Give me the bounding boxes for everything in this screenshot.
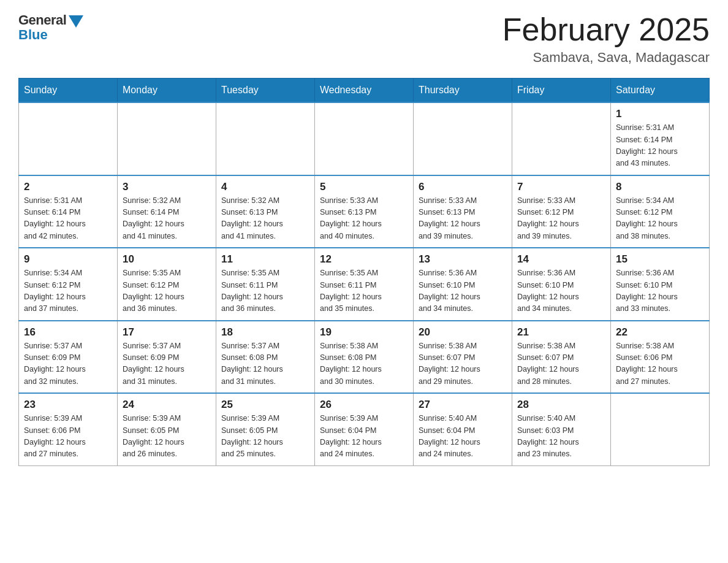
table-row: 27Sunrise: 5:40 AMSunset: 6:04 PMDayligh… [414,393,512,465]
col-saturday: Saturday [611,79,710,103]
day-info: Sunrise: 5:33 AMSunset: 6:13 PMDaylight:… [320,195,408,243]
day-number: 22 [616,326,704,339]
col-tuesday: Tuesday [216,79,315,103]
day-info: Sunrise: 5:34 AMSunset: 6:12 PMDaylight:… [616,195,704,243]
table-row [414,102,512,175]
day-info: Sunrise: 5:38 AMSunset: 6:08 PMDaylight:… [320,340,408,388]
day-info: Sunrise: 5:35 AMSunset: 6:11 PMDaylight:… [320,267,408,315]
calendar-week-row: 9Sunrise: 5:34 AMSunset: 6:12 PMDaylight… [19,248,710,321]
logo-blue-text: Blue [18,27,48,43]
table-row: 5Sunrise: 5:33 AMSunset: 6:13 PMDaylight… [315,175,414,248]
calendar-table: Sunday Monday Tuesday Wednesday Thursday… [18,78,710,466]
table-row: 11Sunrise: 5:35 AMSunset: 6:11 PMDayligh… [216,248,315,321]
day-info: Sunrise: 5:37 AMSunset: 6:09 PMDaylight:… [24,340,112,388]
day-number: 28 [517,399,605,411]
day-number: 11 [221,253,309,266]
day-number: 2 [24,181,112,193]
table-row: 23Sunrise: 5:39 AMSunset: 6:06 PMDayligh… [19,393,118,465]
day-info: Sunrise: 5:34 AMSunset: 6:12 PMDaylight:… [24,267,112,315]
page-header: General Blue February 2025 Sambava, Sava… [18,12,710,66]
table-row: 9Sunrise: 5:34 AMSunset: 6:12 PMDaylight… [19,248,118,321]
month-title: February 2025 [502,12,710,47]
table-row: 24Sunrise: 5:39 AMSunset: 6:05 PMDayligh… [118,393,216,465]
table-row: 3Sunrise: 5:32 AMSunset: 6:14 PMDaylight… [118,175,216,248]
table-row [512,102,611,175]
day-number: 10 [123,253,211,266]
day-number: 25 [221,399,309,411]
table-row: 19Sunrise: 5:38 AMSunset: 6:08 PMDayligh… [315,321,414,394]
calendar-week-row: 23Sunrise: 5:39 AMSunset: 6:06 PMDayligh… [19,393,710,465]
day-info: Sunrise: 5:35 AMSunset: 6:12 PMDaylight:… [123,267,211,315]
day-info: Sunrise: 5:36 AMSunset: 6:10 PMDaylight:… [616,267,704,315]
day-info: Sunrise: 5:33 AMSunset: 6:13 PMDaylight:… [419,195,507,243]
table-row [118,102,216,175]
day-number: 8 [616,181,704,193]
title-area: February 2025 Sambava, Sava, Madagascar [502,12,710,66]
table-row: 10Sunrise: 5:35 AMSunset: 6:12 PMDayligh… [118,248,216,321]
day-number: 16 [24,326,112,339]
logo-triangle-icon [69,15,83,28]
table-row [216,102,315,175]
logo-general-text: General [18,12,66,28]
day-number: 3 [123,181,211,193]
day-info: Sunrise: 5:32 AMSunset: 6:13 PMDaylight:… [221,195,309,243]
table-row: 2Sunrise: 5:31 AMSunset: 6:14 PMDaylight… [19,175,118,248]
day-number: 20 [419,326,507,339]
day-number: 19 [320,326,408,339]
table-row: 12Sunrise: 5:35 AMSunset: 6:11 PMDayligh… [315,248,414,321]
day-number: 6 [419,181,507,193]
calendar-header-row: Sunday Monday Tuesday Wednesday Thursday… [19,79,710,103]
table-row: 26Sunrise: 5:39 AMSunset: 6:04 PMDayligh… [315,393,414,465]
table-row: 6Sunrise: 5:33 AMSunset: 6:13 PMDaylight… [414,175,512,248]
col-sunday: Sunday [19,79,118,103]
day-info: Sunrise: 5:36 AMSunset: 6:10 PMDaylight:… [419,267,507,315]
day-info: Sunrise: 5:33 AMSunset: 6:12 PMDaylight:… [517,195,605,243]
calendar-week-row: 16Sunrise: 5:37 AMSunset: 6:09 PMDayligh… [19,321,710,394]
table-row [315,102,414,175]
table-row: 21Sunrise: 5:38 AMSunset: 6:07 PMDayligh… [512,321,611,394]
day-number: 24 [123,399,211,411]
day-number: 12 [320,253,408,266]
table-row: 7Sunrise: 5:33 AMSunset: 6:12 PMDaylight… [512,175,611,248]
table-row: 13Sunrise: 5:36 AMSunset: 6:10 PMDayligh… [414,248,512,321]
day-info: Sunrise: 5:40 AMSunset: 6:04 PMDaylight:… [419,413,507,461]
table-row: 4Sunrise: 5:32 AMSunset: 6:13 PMDaylight… [216,175,315,248]
day-info: Sunrise: 5:37 AMSunset: 6:09 PMDaylight:… [123,340,211,388]
day-info: Sunrise: 5:37 AMSunset: 6:08 PMDaylight:… [221,340,309,388]
day-number: 13 [419,253,507,266]
table-row: 14Sunrise: 5:36 AMSunset: 6:10 PMDayligh… [512,248,611,321]
day-info: Sunrise: 5:31 AMSunset: 6:14 PMDaylight:… [616,122,704,170]
day-number: 15 [616,253,704,266]
table-row: 18Sunrise: 5:37 AMSunset: 6:08 PMDayligh… [216,321,315,394]
day-number: 21 [517,326,605,339]
calendar-week-row: 2Sunrise: 5:31 AMSunset: 6:14 PMDaylight… [19,175,710,248]
location-title: Sambava, Sava, Madagascar [502,50,710,66]
day-info: Sunrise: 5:36 AMSunset: 6:10 PMDaylight:… [517,267,605,315]
table-row: 17Sunrise: 5:37 AMSunset: 6:09 PMDayligh… [118,321,216,394]
table-row: 22Sunrise: 5:38 AMSunset: 6:06 PMDayligh… [611,321,710,394]
table-row [611,393,710,465]
day-number: 27 [419,399,507,411]
calendar-week-row: 1Sunrise: 5:31 AMSunset: 6:14 PMDaylight… [19,102,710,175]
day-info: Sunrise: 5:39 AMSunset: 6:06 PMDaylight:… [24,413,112,461]
table-row: 8Sunrise: 5:34 AMSunset: 6:12 PMDaylight… [611,175,710,248]
day-number: 26 [320,399,408,411]
day-number: 7 [517,181,605,193]
col-friday: Friday [512,79,611,103]
day-info: Sunrise: 5:39 AMSunset: 6:05 PMDaylight:… [123,413,211,461]
table-row: 1Sunrise: 5:31 AMSunset: 6:14 PMDaylight… [611,102,710,175]
day-info: Sunrise: 5:31 AMSunset: 6:14 PMDaylight:… [24,195,112,243]
table-row: 28Sunrise: 5:40 AMSunset: 6:03 PMDayligh… [512,393,611,465]
day-info: Sunrise: 5:35 AMSunset: 6:11 PMDaylight:… [221,267,309,315]
day-info: Sunrise: 5:39 AMSunset: 6:04 PMDaylight:… [320,413,408,461]
day-info: Sunrise: 5:38 AMSunset: 6:06 PMDaylight:… [616,340,704,388]
table-row: 16Sunrise: 5:37 AMSunset: 6:09 PMDayligh… [19,321,118,394]
day-info: Sunrise: 5:38 AMSunset: 6:07 PMDaylight:… [419,340,507,388]
day-info: Sunrise: 5:32 AMSunset: 6:14 PMDaylight:… [123,195,211,243]
col-monday: Monday [118,79,216,103]
day-number: 9 [24,253,112,266]
logo: General Blue [18,12,83,43]
col-wednesday: Wednesday [315,79,414,103]
day-number: 14 [517,253,605,266]
day-number: 4 [221,181,309,193]
